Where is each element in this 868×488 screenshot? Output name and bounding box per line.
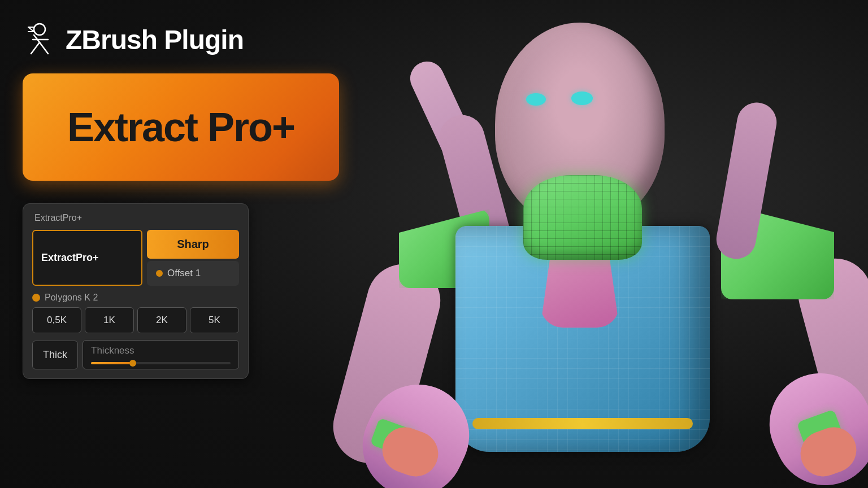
extract-label-button[interactable]: ExtractPro+ [32,230,142,286]
polygons-dot-icon [32,294,40,302]
thickness-label: Thickness [91,345,134,356]
eye-right [571,91,593,105]
polygons-label-text: Polygons K 2 [45,293,98,303]
right-buttons: Sharp Offset 1 [147,230,239,286]
thickness-slider[interactable]: Thickness [83,340,239,369]
svg-line-2 [31,42,40,54]
thick-row: Thick Thickness [32,340,239,369]
polygon-buttons: 0,5K 1K 2K 5K [32,307,239,333]
logo-text: ZBrush Plugin [66,24,244,55]
svg-point-0 [34,24,45,35]
thickness-track [91,362,231,364]
left-panel: ZBrush Plugin Extract Pro+ ExtractPro+ E… [0,0,384,488]
svg-line-7 [28,27,34,32]
thick-button[interactable]: Thick [32,341,78,369]
waistband [472,418,693,429]
scene-layer [359,0,868,488]
controls-row: ExtractPro+ Sharp Offset 1 [32,230,239,286]
offset-dot-icon [156,270,163,277]
svg-line-3 [40,42,48,54]
extract-label-text: ExtractPro+ [41,252,99,264]
poly-btn-1k[interactable]: 1K [85,307,134,333]
polygons-section: Polygons K 2 0,5K 1K 2K 5K [32,293,239,333]
sharp-button[interactable]: Sharp [147,230,239,259]
polygons-label: Polygons K 2 [32,293,239,303]
plugin-panel: ExtractPro+ ExtractPro+ Sharp Offset 1 P… [23,203,249,379]
extract-banner: Extract Pro+ [23,73,339,181]
character-render [359,0,868,488]
zbrush-icon [23,23,57,56]
zbrush-logo-svg [23,23,57,56]
poly-btn-0-5k[interactable]: 0,5K [32,307,81,333]
poly-btn-5k[interactable]: 5K [190,307,239,333]
green-mask [523,175,642,260]
poly-btn-2k[interactable]: 2K [137,307,186,333]
thickness-fill [91,362,133,364]
logo-area: ZBrush Plugin [23,23,362,56]
panel-title: ExtractPro+ [32,213,239,223]
offset-button[interactable]: Offset 1 [147,261,239,286]
svg-line-1 [34,35,40,42]
offset-label: Offset 1 [167,268,201,279]
extract-banner-text: Extract Pro+ [67,104,294,150]
eye-left [526,93,546,106]
thickness-thumb [129,360,136,367]
